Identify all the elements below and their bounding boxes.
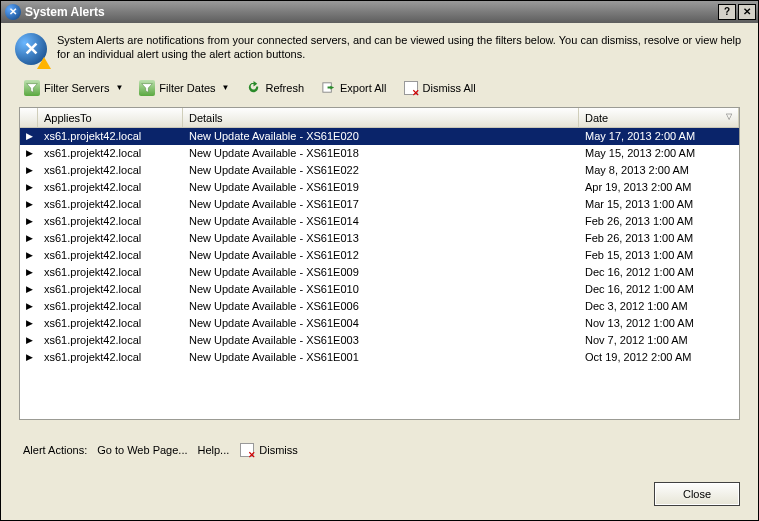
- table-row[interactable]: ▶xs61.projekt42.localNew Update Availabl…: [20, 281, 739, 298]
- table-row[interactable]: ▶xs61.projekt42.localNew Update Availabl…: [20, 179, 739, 196]
- row-indicator-icon: ▶: [20, 318, 38, 328]
- grid-body[interactable]: ▶xs61.projekt42.localNew Update Availabl…: [20, 128, 739, 419]
- close-button[interactable]: Close: [654, 482, 740, 506]
- alert-info-icon: ✕: [15, 33, 47, 65]
- cell-date: Oct 19, 2012 2:00 AM: [579, 351, 739, 363]
- window-title: System Alerts: [25, 5, 718, 19]
- cell-details: New Update Available - XS61E001: [183, 351, 579, 363]
- table-row[interactable]: ▶xs61.projekt42.localNew Update Availabl…: [20, 230, 739, 247]
- filter-icon: [139, 80, 155, 96]
- row-indicator-icon: ▶: [20, 250, 38, 260]
- help-button[interactable]: ?: [718, 4, 736, 20]
- cell-date: May 8, 2013 2:00 AM: [579, 164, 739, 176]
- row-indicator-icon: ▶: [20, 267, 38, 277]
- table-row[interactable]: ▶xs61.projekt42.localNew Update Availabl…: [20, 213, 739, 230]
- filter-dates-label: Filter Dates: [159, 82, 215, 94]
- info-strip: ✕ System Alerts are notifications from y…: [1, 23, 758, 73]
- cell-applies-to: xs61.projekt42.local: [38, 164, 183, 176]
- dismiss-label: Dismiss: [259, 444, 298, 456]
- cell-details: New Update Available - XS61E009: [183, 266, 579, 278]
- cell-details: New Update Available - XS61E020: [183, 130, 579, 142]
- table-row[interactable]: ▶xs61.projekt42.localNew Update Availabl…: [20, 315, 739, 332]
- chevron-down-icon: ▼: [222, 83, 230, 92]
- alert-actions-label: Alert Actions:: [23, 444, 87, 456]
- help-link[interactable]: Help...: [198, 444, 230, 456]
- system-alerts-window: ✕ System Alerts ? ✕ ✕ System Alerts are …: [0, 0, 759, 521]
- table-row[interactable]: ▶xs61.projekt42.localNew Update Availabl…: [20, 332, 739, 349]
- cell-date: Dec 16, 2012 1:00 AM: [579, 283, 739, 295]
- app-icon: ✕: [5, 4, 21, 20]
- cell-applies-to: xs61.projekt42.local: [38, 215, 183, 227]
- table-row[interactable]: ▶xs61.projekt42.localNew Update Availabl…: [20, 298, 739, 315]
- cell-applies-to: xs61.projekt42.local: [38, 300, 183, 312]
- cell-date: Nov 13, 2012 1:00 AM: [579, 317, 739, 329]
- column-applies-to[interactable]: AppliesTo: [38, 108, 183, 127]
- cell-applies-to: xs61.projekt42.local: [38, 249, 183, 261]
- cell-details: New Update Available - XS61E013: [183, 232, 579, 244]
- export-icon: [320, 80, 336, 96]
- row-indicator-icon: ▶: [20, 165, 38, 175]
- close-window-button[interactable]: ✕: [738, 4, 756, 20]
- filter-servers-label: Filter Servers: [44, 82, 109, 94]
- cell-details: New Update Available - XS61E019: [183, 181, 579, 193]
- table-row[interactable]: ▶xs61.projekt42.localNew Update Availabl…: [20, 247, 739, 264]
- cell-details: New Update Available - XS61E010: [183, 283, 579, 295]
- row-indicator-icon: ▶: [20, 284, 38, 294]
- cell-details: New Update Available - XS61E018: [183, 147, 579, 159]
- go-to-web-page-link[interactable]: Go to Web Page...: [97, 444, 187, 456]
- info-text: System Alerts are notifications from you…: [57, 33, 744, 63]
- cell-applies-to: xs61.projekt42.local: [38, 317, 183, 329]
- dismiss-all-button[interactable]: Dismiss All: [398, 77, 481, 99]
- table-row[interactable]: ▶xs61.projekt42.localNew Update Availabl…: [20, 128, 739, 145]
- cell-date: Mar 15, 2013 1:00 AM: [579, 198, 739, 210]
- cell-date: Dec 3, 2012 1:00 AM: [579, 300, 739, 312]
- row-indicator-icon: ▶: [20, 301, 38, 311]
- cell-date: Feb 26, 2013 1:00 AM: [579, 232, 739, 244]
- row-indicator-icon: ▶: [20, 352, 38, 362]
- row-indicator-icon: ▶: [20, 216, 38, 226]
- table-row[interactable]: ▶xs61.projekt42.localNew Update Availabl…: [20, 145, 739, 162]
- cell-details: New Update Available - XS61E006: [183, 300, 579, 312]
- cell-date: Apr 19, 2013 2:00 AM: [579, 181, 739, 193]
- cell-applies-to: xs61.projekt42.local: [38, 232, 183, 244]
- column-details[interactable]: Details: [183, 108, 579, 127]
- cell-applies-to: xs61.projekt42.local: [38, 334, 183, 346]
- cell-date: May 17, 2013 2:00 AM: [579, 130, 739, 142]
- cell-date: Feb 15, 2013 1:00 AM: [579, 249, 739, 261]
- cell-applies-to: xs61.projekt42.local: [38, 130, 183, 142]
- column-indicator[interactable]: [20, 108, 38, 127]
- cell-details: New Update Available - XS61E017: [183, 198, 579, 210]
- filter-icon: [24, 80, 40, 96]
- cell-applies-to: xs61.projekt42.local: [38, 147, 183, 159]
- column-date[interactable]: Date: [579, 108, 739, 127]
- row-indicator-icon: ▶: [20, 182, 38, 192]
- table-row[interactable]: ▶xs61.projekt42.localNew Update Availabl…: [20, 162, 739, 179]
- refresh-icon: [246, 80, 262, 96]
- cell-details: New Update Available - XS61E014: [183, 215, 579, 227]
- window-controls: ? ✕: [718, 4, 756, 20]
- table-row[interactable]: ▶xs61.projekt42.localNew Update Availabl…: [20, 196, 739, 213]
- cell-applies-to: xs61.projekt42.local: [38, 283, 183, 295]
- cell-date: Feb 26, 2013 1:00 AM: [579, 215, 739, 227]
- cell-details: New Update Available - XS61E022: [183, 164, 579, 176]
- row-indicator-icon: ▶: [20, 131, 38, 141]
- table-row[interactable]: ▶xs61.projekt42.localNew Update Availabl…: [20, 349, 739, 366]
- chevron-down-icon: ▼: [115, 83, 123, 92]
- row-indicator-icon: ▶: [20, 199, 38, 209]
- cell-applies-to: xs61.projekt42.local: [38, 351, 183, 363]
- row-indicator-icon: ▶: [20, 233, 38, 243]
- dismiss-icon: [403, 80, 419, 96]
- row-indicator-icon: ▶: [20, 148, 38, 158]
- alert-actions-bar: Alert Actions: Go to Web Page... Help...…: [1, 420, 758, 462]
- table-row[interactable]: ▶xs61.projekt42.localNew Update Availabl…: [20, 264, 739, 281]
- filter-servers-button[interactable]: Filter Servers ▼: [19, 77, 128, 99]
- export-all-button[interactable]: Export All: [315, 77, 391, 99]
- alerts-grid: AppliesTo Details Date ▶xs61.projekt42.l…: [19, 107, 740, 420]
- cell-applies-to: xs61.projekt42.local: [38, 181, 183, 193]
- filter-dates-button[interactable]: Filter Dates ▼: [134, 77, 234, 99]
- dialog-buttons: Close: [1, 462, 758, 520]
- dismiss-button[interactable]: Dismiss: [239, 442, 298, 458]
- dismiss-icon: [239, 442, 255, 458]
- refresh-button[interactable]: Refresh: [241, 77, 310, 99]
- cell-details: New Update Available - XS61E003: [183, 334, 579, 346]
